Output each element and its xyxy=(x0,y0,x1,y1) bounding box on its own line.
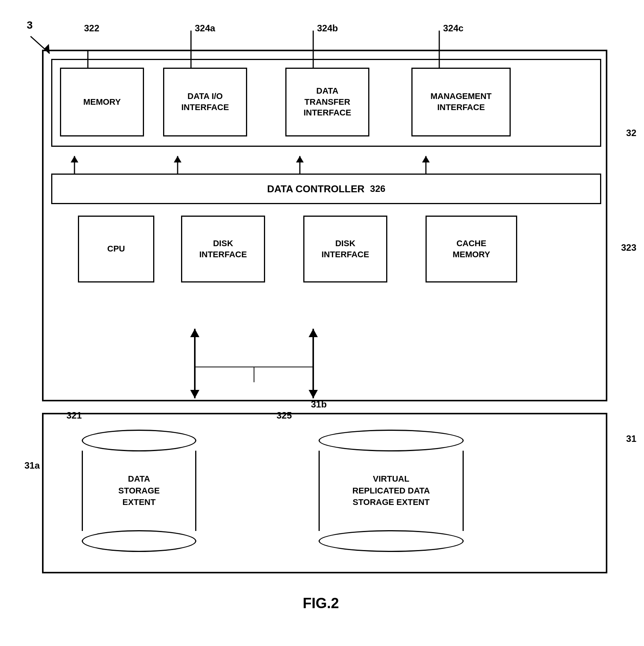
data-controller-label: DATA CONTROLLER xyxy=(267,183,364,195)
cache-memory-box: CACHEMEMORY xyxy=(426,216,517,282)
data-controller-box: DATA CONTROLLER 326 xyxy=(51,174,601,204)
inner-top-box: MEMORY DATA I/OINTERFACE DATATRANSFERINT… xyxy=(51,59,601,147)
label-31b: 31b xyxy=(311,399,327,410)
data-controller-ref: 326 xyxy=(370,183,385,194)
label-322: 322 xyxy=(84,23,99,34)
label-31a: 31a xyxy=(24,460,40,471)
label-324b: 324b xyxy=(317,23,338,34)
memory-box: MEMORY xyxy=(60,68,144,136)
storage-box-31: DATASTORAGEEXTENT VIRTUALREPLICATED DATA… xyxy=(42,413,607,573)
label-31: 31 xyxy=(626,433,636,444)
ref-3-label: 3 xyxy=(27,19,33,31)
virtual-storage-cylinder: VIRTUALREPLICATED DATASTORAGE EXTENT xyxy=(311,430,471,552)
cpu-box: CPU xyxy=(78,216,154,282)
management-box: MANAGEMENTINTERFACE xyxy=(411,68,511,136)
figure-label: FIG.2 xyxy=(303,595,339,612)
disk-interface-1-box: DISKINTERFACE xyxy=(181,216,265,282)
label-324a: 324a xyxy=(195,23,215,34)
diagram-container: 3 322 324a 324b 324c MEMORY DATA I/OINTE… xyxy=(23,15,619,619)
label-324c: 324c xyxy=(443,23,463,34)
label-323: 323 xyxy=(621,242,636,253)
data-storage-cylinder: DATASTORAGEEXTENT xyxy=(74,430,204,552)
data-io-box: DATA I/OINTERFACE xyxy=(163,68,247,136)
outer-box-32: MEMORY DATA I/OINTERFACE DATATRANSFERINT… xyxy=(42,50,607,401)
disk-interface-2-box: DISKINTERFACE xyxy=(303,216,387,282)
label-32: 32 xyxy=(626,128,636,138)
data-transfer-box: DATATRANSFERINTERFACE xyxy=(285,68,369,136)
